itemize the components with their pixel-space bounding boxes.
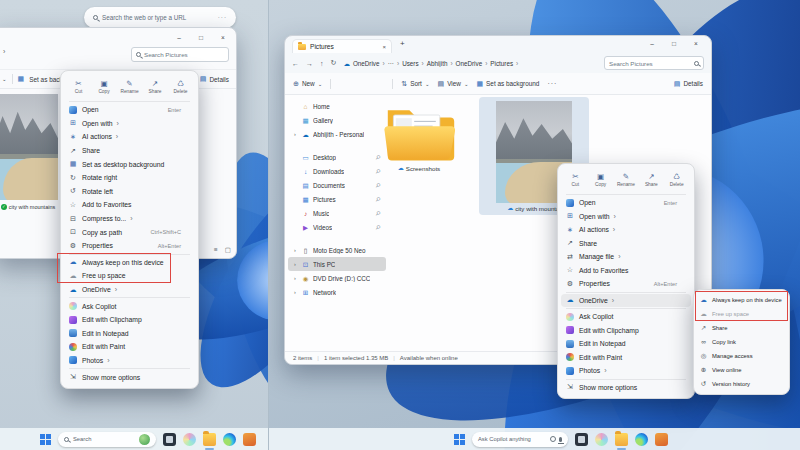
menu-item[interactable]: ☁ OneDrive › bbox=[61, 283, 198, 297]
menu-item[interactable]: ⇄ Manage file › bbox=[558, 250, 694, 264]
breadcrumb-item[interactable]: ··· bbox=[388, 60, 399, 67]
sidebar-item[interactable]: ▶ Videos bbox=[288, 220, 386, 234]
taskbar-search[interactable]: Search bbox=[58, 432, 156, 447]
sidebar-item[interactable]: ♪ Music bbox=[288, 206, 386, 220]
maximize-button[interactable]: □ bbox=[196, 34, 206, 42]
menu-action[interactable]: ▣ Copy bbox=[92, 80, 116, 94]
sidebar-item[interactable]: ☁ Abhijith - Personal bbox=[288, 127, 386, 141]
menu-item[interactable]: ⚙ Properties Alt+Enter › bbox=[558, 277, 694, 291]
menu-action[interactable]: ↗ Share bbox=[143, 80, 167, 94]
sidebar-item[interactable]: ⌂ Home bbox=[288, 99, 386, 113]
minimize-button[interactable]: – bbox=[174, 34, 184, 42]
close-button[interactable]: × bbox=[218, 34, 228, 42]
menu-action[interactable]: ♺ Delete bbox=[169, 80, 193, 94]
menu-item[interactable]: ⇲ Show more options › bbox=[558, 381, 694, 395]
menu-item[interactable]: ☆ Add to Favorites › bbox=[558, 264, 694, 278]
menu-item[interactable]: ↗ Share › bbox=[694, 321, 789, 335]
sidebar-item[interactable]: ▯ Moto Edge 50 Neo bbox=[288, 243, 386, 257]
sort-button[interactable]: ⇅ Sort ⌄ bbox=[401, 80, 429, 88]
menu-action[interactable]: ✂ Cut bbox=[563, 173, 587, 187]
menu-item[interactable]: ↻ Rotate right › bbox=[61, 171, 198, 185]
menu-action[interactable]: ♺ Delete bbox=[665, 173, 689, 187]
start-button[interactable] bbox=[454, 434, 465, 445]
menu-item[interactable]: ⊟ Compress to... › bbox=[61, 212, 198, 226]
sidebar-item[interactable]: ⊡ This PC bbox=[288, 257, 386, 271]
sidebar-item[interactable]: ▭ Desktop bbox=[288, 150, 386, 164]
menu-item[interactable]: Photos › bbox=[558, 364, 694, 378]
menu-item[interactable]: ↗ Share › bbox=[61, 144, 198, 158]
expander-icon[interactable] bbox=[292, 131, 298, 137]
more-icon[interactable]: ··· bbox=[218, 14, 227, 21]
tab-pictures[interactable]: Pictures × bbox=[292, 39, 392, 53]
menu-item[interactable]: ⊡ Copy as path Ctrl+Shift+C › bbox=[61, 225, 198, 239]
close-button[interactable]: × bbox=[691, 40, 701, 48]
search-input[interactable]: Search Pictures bbox=[604, 56, 704, 70]
menu-item[interactable]: Edit with Paint › bbox=[61, 340, 198, 354]
menu-item[interactable]: ▦ Set as desktop background › bbox=[61, 157, 198, 171]
store-app-icon[interactable] bbox=[655, 433, 668, 446]
menu-action[interactable]: ✂ Cut bbox=[67, 80, 91, 94]
menu-item[interactable]: ☁ Free up space › bbox=[694, 307, 789, 321]
edge-icon[interactable] bbox=[223, 433, 236, 446]
file-explorer-icon[interactable] bbox=[203, 433, 216, 446]
menu-item[interactable]: Photos › bbox=[61, 354, 198, 368]
new-button[interactable]: ⊕ New ⌄ bbox=[293, 80, 322, 88]
menu-item[interactable]: ⊞ Open with › bbox=[61, 117, 198, 131]
menu-item[interactable]: ⊕ View online › bbox=[694, 363, 789, 377]
back-icon[interactable]: ← bbox=[292, 60, 299, 67]
refresh-icon[interactable]: ↻ bbox=[331, 59, 337, 67]
web-search-pill[interactable]: Search the web or type a URL ··· bbox=[84, 7, 236, 28]
expander-icon[interactable] bbox=[292, 247, 298, 253]
details-button[interactable]: ▤ Details bbox=[200, 75, 229, 83]
more-icon[interactable]: ··· bbox=[547, 80, 557, 87]
maximize-button[interactable]: □ bbox=[669, 40, 679, 48]
menu-action[interactable]: ↗ Share bbox=[639, 173, 663, 187]
menu-item[interactable]: Ask Copilot › bbox=[61, 299, 198, 313]
menu-item[interactable]: ☁ Free up space › bbox=[61, 269, 198, 283]
edge-icon[interactable] bbox=[635, 433, 648, 446]
menu-item[interactable]: Edit with Clipchamp › bbox=[558, 324, 694, 338]
breadcrumb-item[interactable]: Pictures bbox=[490, 60, 518, 67]
sidebar-item[interactable]: ▦ Gallery bbox=[288, 113, 386, 127]
menu-action[interactable]: ✎ Rename bbox=[614, 173, 638, 187]
menu-item[interactable]: Open Enter › bbox=[61, 103, 198, 117]
menu-item[interactable]: ◎ Manage access › bbox=[694, 349, 789, 363]
menu-item[interactable]: ⊞ Open with › bbox=[558, 210, 694, 224]
menu-item[interactable]: Edit with Clipchamp › bbox=[61, 313, 198, 327]
menu-item[interactable]: ∗ AI actions › bbox=[558, 223, 694, 237]
list-view-icon[interactable]: ≡ bbox=[214, 246, 218, 254]
new-tab-button[interactable]: + bbox=[400, 39, 405, 48]
menu-item[interactable]: Open Enter › bbox=[558, 196, 694, 210]
menu-action[interactable]: ▣ Copy bbox=[589, 173, 613, 187]
sidebar-item[interactable]: ▦ Pictures bbox=[288, 192, 386, 206]
task-view-icon[interactable] bbox=[575, 433, 588, 446]
thumbnail-view-icon[interactable]: ▢ bbox=[225, 246, 231, 254]
breadcrumb-item[interactable]: Users bbox=[402, 60, 424, 67]
menu-item[interactable]: Ask Copilot › bbox=[558, 310, 694, 324]
expander-icon[interactable] bbox=[292, 261, 298, 267]
menu-action[interactable]: ✎ Rename bbox=[118, 80, 142, 94]
menu-item[interactable]: ⚙ Properties Alt+Enter › bbox=[61, 239, 198, 253]
taskbar-copilot-search[interactable]: Ask Copilot anything bbox=[472, 432, 568, 447]
file-explorer-icon[interactable] bbox=[615, 433, 628, 446]
details-button[interactable]: ▤ Details bbox=[674, 80, 703, 88]
copilot-icon[interactable] bbox=[183, 433, 196, 446]
menu-item[interactable]: Edit with Paint › bbox=[558, 351, 694, 365]
menu-item[interactable]: ↺ Rotate left › bbox=[61, 185, 198, 199]
breadcrumb-item[interactable]: OneDrive bbox=[456, 60, 488, 67]
chevron-down-icon[interactable]: ⌄ bbox=[2, 76, 7, 82]
menu-item[interactable]: ∗ AI actions › bbox=[61, 130, 198, 144]
sidebar-item[interactable]: ◉ DVD Drive (D:) CCC bbox=[288, 271, 386, 285]
copilot-icon[interactable] bbox=[595, 433, 608, 446]
expander-icon[interactable] bbox=[292, 289, 298, 295]
store-app-icon[interactable] bbox=[243, 433, 256, 446]
sidebar-item[interactable]: ↓ Downloads bbox=[288, 164, 386, 178]
start-button[interactable] bbox=[40, 434, 51, 445]
menu-item[interactable]: ↺ Version history › bbox=[694, 377, 789, 391]
menu-item[interactable]: ☁ OneDrive › bbox=[561, 294, 691, 308]
menu-item[interactable]: Edit in Notepad › bbox=[61, 327, 198, 341]
breadcrumb-item[interactable]: Abhijith bbox=[427, 60, 453, 67]
folder-tile-screenshots[interactable]: ☁ Screenshots bbox=[377, 99, 461, 172]
menu-item[interactable]: ☁ Always keep on this device › bbox=[61, 256, 198, 270]
sidebar-item[interactable]: ⊞ Network bbox=[288, 285, 386, 299]
